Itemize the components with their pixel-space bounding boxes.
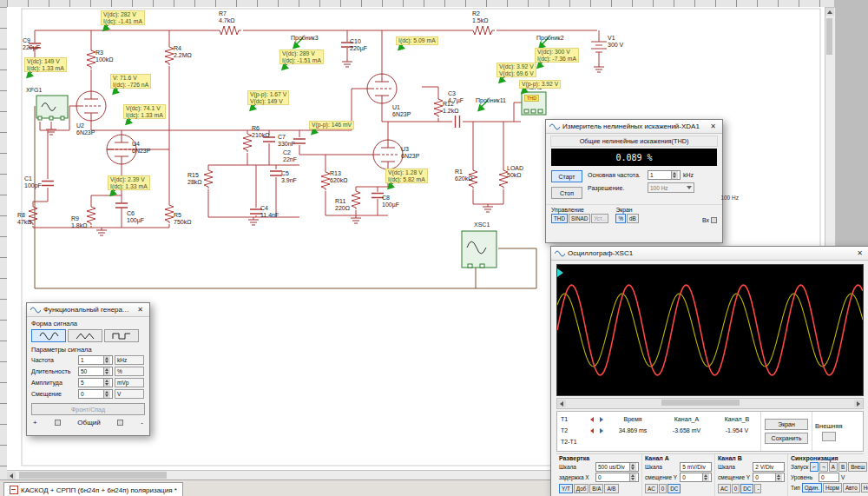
scroll-left-icon[interactable] <box>7 472 16 479</box>
thd-close-icon[interactable]: ✕ <box>707 122 719 130</box>
amplitude-unit[interactable]: mVp <box>115 378 144 387</box>
channel-a-coupling-button-DC[interactable]: DC <box>667 484 681 493</box>
common-terminal-label: Общий <box>77 419 100 427</box>
resolution-dropdown[interactable]: 100 Hz <box>648 182 694 193</box>
sheet-tab[interactable]: КАСКОД + СРПП (6н24п + 6н24п) поляризаци… <box>3 482 183 496</box>
trigger-edge-button-A[interactable]: A <box>829 462 838 472</box>
channel-b-offset-field[interactable]: 0 <box>753 473 785 482</box>
rise-fall-button[interactable]: Фронт/Спад <box>31 403 145 415</box>
reverse-button[interactable]: Экран <box>765 419 808 430</box>
offset-input[interactable]: 0 <box>78 389 113 399</box>
distortion-meter-window[interactable]: Измеритель нелинейных искажений-XDA1 ✕ О… <box>545 119 723 243</box>
trigger-panel: Синхронизация Запуск ⌐¬ABВнеш Уровень 0 … <box>788 454 868 496</box>
fgen-title: Функциональный генерато... <box>43 306 132 314</box>
fgen-params-label: Параметры сигнала <box>31 346 145 354</box>
trigger-type-button-Норм[interactable]: Норм <box>823 483 842 493</box>
frequency-label: Частота <box>31 357 76 363</box>
timebase-scale-stepper[interactable] <box>629 463 636 471</box>
trigger-type-button-Нет[interactable]: Нет <box>861 483 868 493</box>
triangle-wave-button[interactable] <box>68 329 102 342</box>
frequency-stepper[interactable] <box>103 356 110 364</box>
square-wave-button[interactable] <box>104 329 139 342</box>
timebase-mode-button-A/B[interactable]: A/B <box>604 484 618 493</box>
channel-b-coupling-button--[interactable]: - <box>754 484 761 493</box>
scope-close-icon[interactable]: ✕ <box>854 249 865 257</box>
start-button[interactable]: Старт <box>551 170 582 182</box>
thd-control-button-SINAD[interactable]: SINAD <box>569 214 590 223</box>
trigger-level-field[interactable]: 0 <box>819 473 839 482</box>
trigger-edge-button-¬[interactable]: ¬ <box>819 462 828 472</box>
thd-display-button-dB[interactable]: dB <box>627 214 639 223</box>
resolution-value: 100 Hz <box>588 195 739 201</box>
vertical-scroll-thumb[interactable] <box>826 18 832 55</box>
function-generator-window[interactable]: Функциональный генерато... ✕ Форма сигна… <box>26 302 150 436</box>
oscilloscope-screen[interactable] <box>556 264 864 396</box>
scope-trace-channel-a <box>557 294 863 367</box>
thd-titlebar[interactable]: Измеритель нелинейных искажений-XDA1 ✕ <box>546 120 722 134</box>
channel-b-coupling-button-AC[interactable]: AC <box>718 484 731 493</box>
scope-scroll-right-icon[interactable] <box>854 400 863 407</box>
timebase-mode-button-Доб[interactable]: Доб <box>574 484 589 493</box>
trigger-level-unit: V <box>841 474 845 480</box>
channel-a-scale-field[interactable]: 5 mV/Div <box>680 462 712 472</box>
thd-control-button-THD[interactable]: THD <box>551 214 568 223</box>
fgen-close-icon[interactable]: ✕ <box>135 306 146 314</box>
frequency-stepper[interactable] <box>671 171 678 179</box>
cursor-t2-left-button[interactable] <box>587 428 596 433</box>
oscilloscope-window[interactable]: Осциллограф-XSC1 ✕ T1 Время Канал_A <box>550 246 868 496</box>
scroll-up-icon[interactable] <box>825 8 834 16</box>
channel-a-coupling-button-AC[interactable]: AC <box>645 484 658 493</box>
external-trigger-button[interactable] <box>822 432 836 441</box>
duty-stepper[interactable] <box>103 367 110 375</box>
fundamental-frequency-input[interactable]: 1 <box>648 170 681 180</box>
plus-terminal[interactable] <box>55 420 61 426</box>
display-group-label: Экран <box>615 207 638 213</box>
scope-titlebar[interactable]: Осциллограф-XSC1 ✕ <box>551 247 868 261</box>
offset-stepper[interactable] <box>103 390 110 398</box>
scope-scroll-left-icon[interactable] <box>557 400 566 407</box>
trigger-edge-button-B[interactable]: B <box>838 462 847 472</box>
amplitude-label: Амплитуда <box>31 380 76 386</box>
channel-b-coupling-button-0[interactable]: 0 <box>732 484 740 493</box>
trigger-type-button-Один.[interactable]: Один. <box>802 483 822 493</box>
horizontal-scroll-thumb[interactable] <box>19 472 167 479</box>
channel-b-scale-field[interactable]: 2 V/Div <box>753 462 785 472</box>
thd-display-button-%[interactable]: % <box>615 214 626 223</box>
x-position-stepper[interactable] <box>629 473 636 481</box>
scope-scrollbar[interactable] <box>556 398 864 409</box>
timebase-mode-button-Y/T[interactable]: Y/T <box>559 484 573 493</box>
channel-b-coupling-button-DC[interactable]: DC <box>740 484 753 493</box>
duty-input[interactable]: 50 <box>78 367 113 376</box>
trigger-edge-button-Внеш[interactable]: Внеш <box>848 462 867 472</box>
frequency-input[interactable]: 1 <box>78 355 113 365</box>
fgen-titlebar[interactable]: Функциональный генерато... ✕ <box>27 303 149 317</box>
trigger-edge-button-⌐[interactable]: ⌐ <box>810 462 819 472</box>
cursor-t2-right-button[interactable] <box>596 428 606 433</box>
channel-b-offset-stepper[interactable] <box>775 473 782 481</box>
minus-terminal[interactable] <box>117 420 123 426</box>
input-terminal[interactable] <box>711 217 717 223</box>
trigger-marker-icon[interactable] <box>557 268 563 277</box>
thd-reading: 0.089 % <box>551 149 717 166</box>
frequency-unit[interactable]: kHz <box>115 355 144 365</box>
offset-unit[interactable]: V <box>115 389 144 399</box>
save-button[interactable]: Сохранить <box>765 433 808 444</box>
channel-a-offset-field[interactable]: 0 <box>680 473 712 482</box>
amplitude-input[interactable]: 5 <box>78 378 113 387</box>
thd-control-button-Уст...[interactable]: Уст... <box>591 214 608 223</box>
timebase-scale-field[interactable]: 500 us/Div <box>595 462 639 472</box>
channel-a-panel: Канал A Шкала 5 mV/Div смещение Y 0 AC0D… <box>642 454 715 496</box>
stop-button[interactable]: Стоп <box>551 187 582 199</box>
cursor-t1-left-button[interactable] <box>587 417 596 422</box>
chevron-down-icon <box>687 186 692 189</box>
readout-header-channel-a: Канал_A <box>660 416 713 422</box>
x-position-field[interactable]: 0 <box>595 473 639 482</box>
cursor-t1-right-button[interactable] <box>596 417 606 422</box>
scope-scroll-thumb[interactable] <box>661 400 740 406</box>
trigger-type-button-Авто[interactable]: Авто <box>843 483 860 493</box>
channel-a-offset-stepper[interactable] <box>702 473 709 481</box>
timebase-mode-button-B/A[interactable]: B/A <box>589 484 603 493</box>
amplitude-stepper[interactable] <box>103 379 110 387</box>
sine-wave-button[interactable] <box>31 329 66 342</box>
channel-a-coupling-button-0[interactable]: 0 <box>659 484 667 493</box>
